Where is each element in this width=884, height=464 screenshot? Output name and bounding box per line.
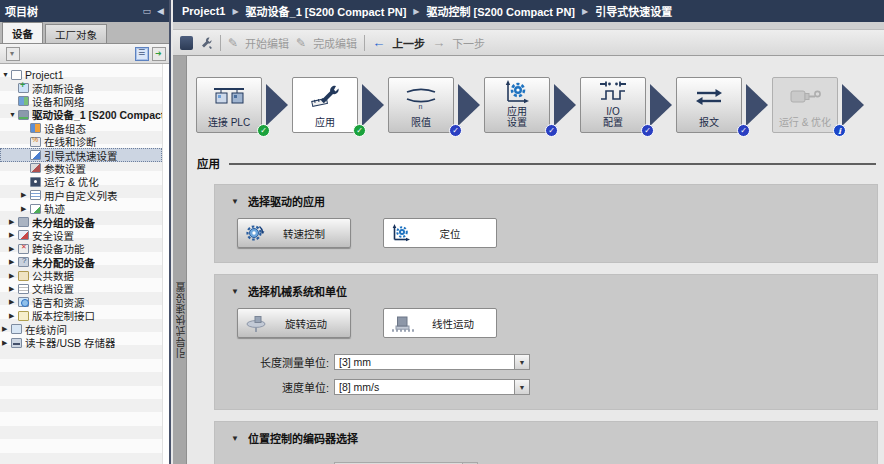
- expander-icon[interactable]: ▼: [9, 111, 18, 118]
- wizard-step-application-settings[interactable]: 应用 设置: [484, 77, 550, 133]
- section-header[interactable]: ▼ 选择驱动的应用: [225, 193, 865, 209]
- option-label: 线性运动: [417, 316, 489, 331]
- tree-item[interactable]: ▶轨迹: [0, 202, 162, 215]
- expander-icon[interactable]: ▶: [21, 191, 30, 199]
- toolbar-divider: [220, 35, 221, 51]
- devices-networks-icon: [18, 96, 29, 106]
- tree-item[interactable]: 运行 & 优化: [0, 175, 162, 188]
- tree-filter-icon[interactable]: [6, 47, 20, 61]
- online-diag-icon: [30, 137, 41, 147]
- tree-item[interactable]: 添加新设备: [0, 81, 162, 94]
- expander-icon[interactable]: ▶: [9, 272, 18, 280]
- tab-devices[interactable]: 设备: [2, 22, 43, 43]
- collapse-icon[interactable]: ▼: [231, 287, 239, 296]
- expander-icon[interactable]: ▶: [9, 218, 18, 226]
- toolbar-divider: [364, 35, 365, 51]
- wizard-step-telegram[interactable]: 报文: [676, 77, 742, 133]
- tree-item[interactable]: 设备和网络: [0, 95, 162, 108]
- rotary-motion-button[interactable]: 旋转运动: [237, 308, 351, 338]
- wizard-step-io-config[interactable]: I/O 配置: [580, 77, 646, 133]
- io-config-icon: [581, 78, 645, 106]
- panel-minimize-icon[interactable]: ▭: [143, 6, 152, 16]
- tree-item[interactable]: ▶未分组的设备: [0, 215, 162, 228]
- expander-icon[interactable]: ▶: [9, 231, 18, 239]
- start-edit-button[interactable]: 开始编辑: [245, 35, 289, 51]
- breadcrumb-segment[interactable]: 驱动控制 [S200 Compact PN]: [427, 3, 576, 19]
- next-step-arrow-icon[interactable]: →: [432, 35, 445, 50]
- prev-step-arrow-icon[interactable]: ←: [372, 35, 385, 50]
- chevron-down-icon[interactable]: ▼: [514, 355, 529, 369]
- wizard-step-application[interactable]: 应用: [292, 77, 358, 133]
- wizard-step-connect-plc[interactable]: 连接 PLC: [196, 77, 262, 133]
- tree-item[interactable]: ▶公共数据: [0, 269, 162, 282]
- linear-motion-button[interactable]: 线性运动: [383, 308, 497, 338]
- wizard-step-label: 连接 PLC: [208, 117, 250, 132]
- param-settings-icon: [30, 163, 41, 173]
- telegram-icon: [677, 78, 741, 117]
- option-label: 定位: [411, 226, 489, 241]
- project-tree-panel: 项目树 ▭ ◀ 设备 工厂对象 ▼Project1 添加新设备 设备和网络 ▼驱…: [0, 0, 171, 464]
- quick-setup-icon: [30, 150, 41, 160]
- tree-item[interactable]: ▶读卡器/USB 存储器: [0, 336, 162, 349]
- tree-list-view-icon[interactable]: [135, 47, 149, 61]
- tree-item[interactable]: ▶语言和资源: [0, 296, 162, 309]
- expander-icon[interactable]: ▶: [9, 298, 18, 306]
- tree-item[interactable]: 参数设置: [0, 162, 162, 175]
- tree-item[interactable]: ▶用户自定义列表: [0, 189, 162, 202]
- expander-icon[interactable]: ▶: [9, 312, 18, 320]
- tree-item[interactable]: ▶文档设置: [0, 282, 162, 295]
- tree-item-label: Project1: [25, 69, 64, 81]
- panel-collapse-icon[interactable]: ◀: [157, 6, 164, 16]
- ungrouped-devices-icon: [18, 217, 29, 227]
- section-header[interactable]: ▼ 位置控制的编码器选择: [225, 430, 865, 446]
- tree-item-selected[interactable]: 引导式快速设置: [0, 148, 162, 161]
- breadcrumb-segment[interactable]: Project1: [182, 5, 225, 17]
- tree-item[interactable]: ▶安全设置: [0, 229, 162, 242]
- device-icon[interactable]: [180, 36, 193, 50]
- finish-edit-button[interactable]: 完成编辑: [313, 35, 357, 51]
- tree-item[interactable]: 设备组态: [0, 122, 162, 135]
- start-edit-icon[interactable]: ✎: [228, 36, 238, 50]
- page-title: 应用: [197, 155, 220, 171]
- step-arrow: [458, 84, 480, 126]
- positioning-button[interactable]: 定位: [383, 218, 497, 248]
- chevron-down-icon[interactable]: ▼: [514, 380, 529, 394]
- expander-icon[interactable]: ▶: [9, 258, 18, 266]
- toolbar-spacer: [173, 22, 884, 30]
- tree-item[interactable]: 在线和诊断: [0, 135, 162, 148]
- next-step-button[interactable]: 下一步: [452, 35, 485, 51]
- finish-edit-icon[interactable]: ✎: [296, 36, 306, 50]
- expander-icon[interactable]: ▶: [2, 325, 11, 333]
- expander-icon[interactable]: ▼: [2, 71, 11, 78]
- tree-item[interactable]: ▶版本控制接口: [0, 309, 162, 322]
- expander-icon[interactable]: ▶: [21, 205, 30, 213]
- tree-item[interactable]: ▶在线访问: [0, 322, 162, 335]
- tree-sync-icon[interactable]: [152, 47, 166, 61]
- prev-step-button[interactable]: 上一步: [392, 35, 425, 51]
- step-status-badge: [737, 124, 750, 137]
- breadcrumb-segment[interactable]: 驱动设备_1 [S200 Compact PN]: [246, 3, 407, 19]
- length-unit-field: 长度测量单位: [3] mm ▼: [225, 354, 865, 370]
- velocity-unit-dropdown[interactable]: [8] mm/s ▼: [334, 379, 530, 395]
- tree-scrollbar-gutter[interactable]: [162, 64, 169, 464]
- expander-icon[interactable]: ▶: [9, 285, 18, 293]
- wizard-step-limits[interactable]: n 限值: [388, 77, 454, 133]
- section-header[interactable]: ▼ 选择机械系统和单位: [225, 283, 865, 299]
- editor-vertical-tab[interactable]: 引导式快速设置: [173, 56, 187, 464]
- collapse-icon[interactable]: ▼: [231, 434, 239, 443]
- expander-icon[interactable]: ▶: [2, 339, 11, 347]
- breadcrumb-segment[interactable]: 引导式快速设置: [595, 3, 672, 19]
- expander-icon[interactable]: ▶: [9, 245, 18, 253]
- tab-plant-objects[interactable]: 工厂对象: [45, 24, 107, 43]
- length-unit-dropdown[interactable]: [3] mm ▼: [334, 354, 530, 370]
- tree-item[interactable]: ▼驱动设备_1 [S200 Compact PN]: [0, 108, 162, 121]
- speed-control-icon: [245, 223, 265, 243]
- speed-control-button[interactable]: 转速控制: [237, 218, 351, 248]
- breadcrumb-separator-icon: ▶: [232, 7, 238, 16]
- online-access-icon: [11, 324, 22, 334]
- wizard-step-label: 运行 & 优化: [779, 117, 831, 132]
- collapse-icon[interactable]: ▼: [231, 197, 239, 206]
- wrench-icon[interactable]: [200, 36, 213, 50]
- tree-item[interactable]: ▶未分配的设备: [0, 255, 162, 268]
- tree-item[interactable]: ▶跨设备功能: [0, 242, 162, 255]
